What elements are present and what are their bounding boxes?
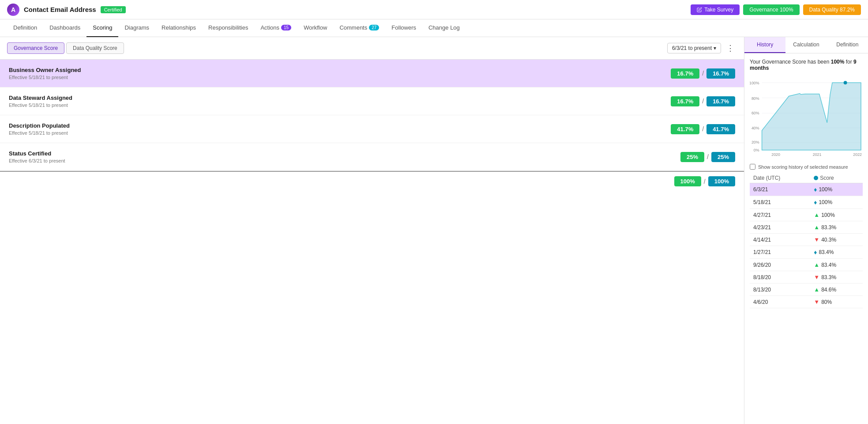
checkbox-row: Show scoring history of selected measure (750, 164, 863, 170)
comments-badge: 27 (369, 25, 379, 30)
history-table-row[interactable]: 9/26/20▲ 83.4% (750, 259, 863, 271)
history-score-cell: ▼ 83.3% (810, 271, 863, 284)
app-icon-letter: A (11, 6, 15, 13)
arrow-down-icon: ▼ (814, 236, 819, 243)
scoring-item-info: Data Steward Assigned Effective 5/18/21 … (9, 95, 671, 108)
nav-tabs: Definition Dashboards Scoring Diagrams R… (0, 19, 868, 37)
tab-comments[interactable]: Comments 27 (333, 19, 385, 37)
history-score-cell: ▲ 84.6% (810, 284, 863, 296)
svg-text:2022: 2022 (853, 152, 862, 157)
score-value: 83.4% (821, 262, 836, 268)
history-score-cell: ▲ 100% (810, 209, 863, 221)
history-score-cell: ▼ 40.3% (810, 234, 863, 246)
total-separator: / (704, 178, 706, 185)
score-value: 83.3% (821, 274, 836, 280)
history-table-row[interactable]: 5/18/21♦ 100% (750, 196, 863, 209)
history-score-cell: ▼ 80% (810, 296, 863, 308)
score-pill-teal: 25% (711, 152, 735, 162)
scoring-item-scores: 16.7% / 16.7% (671, 96, 735, 106)
score-tabs-bar: Governance Score Data Quality Score 6/3/… (0, 37, 744, 60)
scoring-item-business-owner: Business Owner Assigned Effective 5/18/2… (0, 60, 744, 87)
score-value: 100% (819, 199, 832, 205)
governance-score-button[interactable]: Governance 100% (743, 4, 799, 15)
scoring-item-info: Description Populated Effective 5/18/21 … (9, 122, 671, 136)
history-table-row[interactable]: 4/27/21▲ 100% (750, 209, 863, 221)
history-table-row[interactable]: 6/3/21♦ 100% (750, 183, 863, 196)
certified-badge: Certified (101, 6, 126, 13)
history-score-cell: ▲ 83.3% (810, 221, 863, 234)
app-icon: A (7, 4, 19, 16)
history-chart: 100% 80% 60% 40% 20% 0% (750, 76, 863, 159)
main-layout: Governance Score Data Quality Score 6/3/… (0, 37, 868, 424)
history-score-cell: ♦ 100% (810, 196, 863, 209)
tab-relationships[interactable]: Relationships (155, 19, 202, 37)
chevron-down-icon: ▾ (714, 45, 716, 51)
score-separator: / (702, 125, 704, 132)
header-left: A Contact Email Address Certified (7, 4, 691, 16)
history-date-cell: 1/27/21 (750, 246, 810, 259)
tab-followers[interactable]: Followers (385, 19, 422, 37)
checkbox-label[interactable]: Show scoring history of selected measure (758, 164, 848, 170)
history-date-cell: 6/3/21 (750, 183, 810, 196)
score-value: 84.6% (821, 287, 836, 293)
history-date-cell: 5/18/21 (750, 196, 810, 209)
right-tab-definition[interactable]: Definition (827, 37, 868, 53)
col-date-header: Date (UTC) (750, 173, 810, 183)
history-table-row[interactable]: 4/14/21▼ 40.3% (750, 234, 863, 246)
score-value: 100% (819, 186, 832, 193)
score-value: 83.3% (821, 224, 836, 231)
svg-text:40%: 40% (752, 126, 759, 130)
more-options-button[interactable]: ⋮ (724, 42, 737, 54)
tab-scoring[interactable]: Scoring (86, 19, 118, 37)
scoring-items-list: Business Owner Assigned Effective 5/18/2… (0, 60, 744, 171)
take-survey-button[interactable]: Take Survey (691, 4, 740, 15)
data-quality-button[interactable]: Data Quality 87.2% (803, 4, 861, 15)
scoring-item-info: Status Certified Effective 6/3/21 to pre… (9, 150, 680, 163)
arrow-up-icon: ▲ (814, 212, 819, 218)
tab-actions[interactable]: Actions 15 (254, 19, 297, 37)
history-content: Your Governance Score has been 100% for … (744, 53, 868, 314)
tab-diagrams[interactable]: Diagrams (118, 19, 155, 37)
history-table-row[interactable]: 4/23/21▲ 83.3% (750, 221, 863, 234)
arrow-up-icon: ▲ (814, 286, 819, 293)
tab-dashboards[interactable]: Dashboards (43, 19, 86, 37)
history-date-cell: 8/18/20 (750, 271, 810, 284)
data-quality-score-tab[interactable]: Data Quality Score (66, 42, 124, 54)
score-pill-teal: 41.7% (706, 124, 735, 134)
diamond-icon: ♦ (814, 249, 817, 256)
history-date-cell: 8/13/20 (750, 284, 810, 296)
score-separator: / (707, 153, 709, 160)
tab-changelog[interactable]: Change Log (422, 19, 466, 37)
score-pill-teal: 16.7% (706, 96, 735, 106)
score-dot-header (814, 176, 818, 180)
diamond-icon: ♦ (814, 186, 817, 193)
tab-definition[interactable]: Definition (7, 19, 43, 37)
col-score-header: Score (810, 173, 863, 183)
history-table-row[interactable]: 8/13/20▲ 84.6% (750, 284, 863, 296)
arrow-up-icon: ▲ (814, 261, 819, 268)
score-value: 40.3% (821, 237, 836, 243)
score-pill-teal: 16.7% (706, 68, 735, 79)
tab-responsibilities[interactable]: Responsibilities (202, 19, 254, 37)
history-table-row[interactable]: 1/27/21♦ 83.4% (750, 246, 863, 259)
history-date-cell: 4/27/21 (750, 209, 810, 221)
history-table-row[interactable]: 4/6/20▼ 80% (750, 296, 863, 308)
history-score-cell: ▲ 83.4% (810, 259, 863, 271)
date-dropdown[interactable]: 6/3/21 to present ▾ (667, 43, 721, 53)
governance-score-tab[interactable]: Governance Score (7, 42, 64, 54)
score-separator: / (702, 98, 704, 105)
tab-workflow[interactable]: Workflow (297, 19, 333, 37)
chart-svg: 100% 80% 60% 40% 20% 0% (750, 76, 863, 159)
history-date-cell: 4/14/21 (750, 234, 810, 246)
right-tab-history[interactable]: History (744, 37, 785, 53)
total-score-green: 100% (674, 176, 701, 186)
scoring-history-checkbox[interactable] (750, 164, 755, 170)
score-pill-green: 16.7% (671, 96, 699, 106)
right-tab-calculation[interactable]: Calculation (785, 37, 827, 53)
total-row: 100% / 100% (0, 171, 744, 191)
score-pill-green: 25% (680, 152, 704, 162)
history-table-row[interactable]: 8/18/20▼ 83.3% (750, 271, 863, 284)
svg-text:60%: 60% (752, 111, 759, 115)
history-date-cell: 4/6/20 (750, 296, 810, 308)
date-filter: 6/3/21 to present ▾ ⋮ (667, 42, 737, 54)
